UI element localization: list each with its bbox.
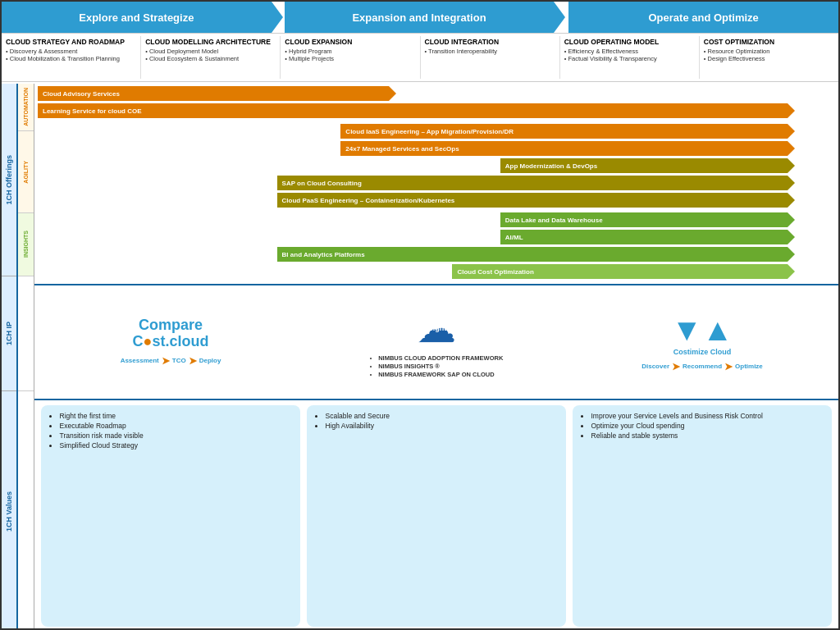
- automation-label-cell: AUTOMATION: [18, 84, 34, 131]
- agility-label-cell: AGILITY: [18, 131, 34, 213]
- expansion-arrow: Expansion and Integration: [285, 2, 555, 33]
- col-cost: COST OPTIMIZATION • Resource Optimizatio…: [700, 36, 838, 79]
- bar-paas-text: Cloud PaaS Engineering – Containerizatio…: [282, 197, 455, 204]
- flow-assessment: Assessment: [121, 357, 159, 364]
- col-expansion-item1: • Hybrid Program: [285, 48, 415, 55]
- col-strategy-title: CLOUD STRATEGY AND ROADMAP: [6, 38, 136, 46]
- bar-paas: Cloud PaaS Engineering – Containerizatio…: [38, 193, 835, 208]
- bar-app-mod-arrow: App Modernization & DevOps: [500, 158, 788, 173]
- col-cost-item1: • Resource Optimization: [704, 48, 834, 55]
- bar-managed-services-text: 24x7 Managed Services and SecOps: [345, 145, 459, 153]
- bar-aiml-arrow: AI/ML: [500, 230, 788, 244]
- bar-cloud-advisory-arrow: Cloud Advisory Services: [38, 86, 389, 101]
- bar-aiml-text: AI/ML: [505, 234, 523, 241]
- col-integration: CLOUD INTEGRATION • Transition Interoper…: [421, 36, 560, 79]
- flow-deploy: Deploy: [199, 357, 221, 364]
- col-modelling: CLOUD MODELLING ARCHITECTURE • Cloud Dep…: [141, 36, 281, 79]
- bar-cloud-advisory-text: Cloud Advisory Services: [43, 90, 120, 98]
- insights-label-cell: INSIGHTS: [18, 213, 34, 276]
- costimize-logo-text: Costimize Cloud: [673, 348, 732, 356]
- automation-sub-label: AUTOMATION: [23, 88, 29, 126]
- bar-data-lake: Data Lake and Data Warehouse: [38, 212, 835, 227]
- bar-iaas: Cloud IaaS Engineering – App Migration/P…: [38, 124, 835, 139]
- values-item1-4: Simplified Cloud Strategy: [49, 441, 292, 450]
- main-content: Cloud Advisory Services Learning Service…: [34, 84, 838, 630]
- col-integration-title: CLOUD INTEGRATION: [425, 38, 555, 46]
- body-section: 1CH Offerings 1CH IP 1CH Values AUTOMATI…: [2, 84, 838, 630]
- operate-arrow: Operate and Optimize: [568, 2, 838, 33]
- col-integration-item1: • Transition Interoperability: [425, 48, 555, 55]
- values-item1-1: Right the first time: [49, 412, 292, 420]
- sub-label-column: AUTOMATION AGILITY INSIGHTS: [18, 84, 34, 630]
- bar-app-mod-text: App Modernization & DevOps: [505, 162, 597, 170]
- nimbus-list: NIMBUS CLOUD ADOPTION FRAMEWORK NIMBUS I…: [370, 354, 504, 379]
- values-list1: Right the first time Executable Roadmap …: [49, 412, 292, 450]
- col-cost-title: COST OPTIMIZATION: [704, 38, 834, 46]
- bar-learning-service-arrow: Learning Service for cloud COE: [38, 103, 788, 118]
- agility-sub-label: AGILITY: [23, 161, 29, 184]
- costimize-icon: ▼▲: [671, 313, 733, 348]
- col-expansion-title: CLOUD EXPANSION: [285, 38, 415, 46]
- col-modelling-title: CLOUD MODELLING ARCHITECTURE: [145, 38, 276, 46]
- compare-cost-card: CompareC●st.cloud Assessment ➤ TCO ➤ Dep…: [41, 317, 300, 367]
- offerings-area: Cloud Advisory Services Learning Service…: [34, 84, 838, 285]
- col-strategy-item2: • Cloud Mobilization & Transition Planni…: [6, 55, 136, 62]
- col-operating-title: CLOUD OPERATING MODEL: [564, 38, 695, 46]
- values-item3-2: Optimize your Cloud spending: [581, 422, 824, 430]
- values-item1-2: Executable Roadmap: [49, 422, 292, 430]
- values-item1-3: Transition risk made visible: [49, 431, 292, 440]
- cost-flow-optimize: Optimize: [735, 363, 763, 370]
- values-item2-1: Scalable and Secure: [315, 412, 558, 420]
- expansion-label: Expansion and Integration: [352, 11, 486, 24]
- nimbus-cloud-icon: ☁ Insights: [417, 305, 456, 351]
- col-strategy: CLOUD STRATEGY AND ROADMAP • Discovery &…: [2, 36, 141, 79]
- flow-arrow2: ➤: [189, 355, 197, 367]
- nimbus-item1: NIMBUS CLOUD ADOPTION FRAMEWORK: [370, 354, 504, 362]
- column-headers: CLOUD STRATEGY AND ROADMAP • Discovery &…: [2, 33, 838, 82]
- bar-learning-service-text: Learning Service for cloud COE: [43, 107, 141, 115]
- explore-arrow: Explore and Strategize: [2, 2, 272, 33]
- bar-bi-arrow: BI and Analytics Platforms: [277, 247, 788, 262]
- cost-flow-recommend: Recommend: [682, 363, 722, 370]
- values-card1: Right the first time Executable Roadmap …: [41, 405, 300, 627]
- bar-data-lake-text: Data Lake and Data Warehouse: [505, 217, 603, 224]
- values-card3: Improve your Service Levels and Business…: [573, 405, 832, 627]
- offerings-label: 1CH Offerings: [5, 155, 13, 205]
- values-label: 1CH Values: [5, 491, 13, 532]
- nimbus-item3: NIMBUS FRAMEWORK SAP ON CLOUD: [370, 371, 504, 378]
- bar-data-lake-arrow: Data Lake and Data Warehouse: [500, 212, 788, 227]
- section-label-column: 1CH Offerings 1CH IP 1CH Values: [2, 84, 18, 630]
- bar-cloud-cost-arrow: Cloud Cost Optimization: [452, 264, 787, 279]
- values-item3-3: Reliable and stable systems: [581, 431, 824, 440]
- bar-bi-text: BI and Analytics Platforms: [282, 251, 365, 258]
- header-arrows: Explore and Strategize Expansion and Int…: [2, 2, 838, 33]
- flow-tco: TCO: [172, 357, 186, 364]
- col-strategy-item1: • Discovery & Assessment: [6, 48, 136, 55]
- col-operating-item2: • Factual Visibility & Transparency: [564, 55, 695, 62]
- bar-managed-services-arrow: 24x7 Managed Services and SecOps: [340, 141, 787, 156]
- values-blank-cell: [18, 391, 34, 630]
- insights-sub-label: INSIGHTS: [23, 231, 29, 258]
- col-modelling-item2: • Cloud Ecosystem & Sustainment: [145, 55, 276, 62]
- ip-blank-cell: [18, 276, 34, 391]
- cost-flow-discover: Discover: [641, 363, 669, 370]
- values-list2: Scalable and Secure High Availability: [315, 412, 558, 430]
- page-wrapper: Explore and Strategize Expansion and Int…: [2, 2, 838, 630]
- values-card2: Scalable and Secure High Availability: [307, 405, 566, 627]
- values-label-cell: 1CH Values: [2, 391, 16, 630]
- compare-cost-flow: Assessment ➤ TCO ➤ Deploy: [121, 355, 221, 367]
- costimize-flow: Discover ➤ Recommend ➤ Optimize: [641, 361, 763, 372]
- offerings-label-cell: 1CH Offerings: [2, 84, 16, 276]
- flow-arrow1: ➤: [162, 355, 170, 367]
- explore-label: Explore and Strategize: [79, 11, 194, 24]
- nimbus-card: ☁ Insights NIMBUS CLOUD ADOPTION FRAMEWO…: [307, 305, 566, 379]
- cost-flow-arrow1: ➤: [672, 361, 680, 372]
- col-modelling-item1: • Cloud Deployment Model: [145, 48, 276, 55]
- bar-paas-arrow: Cloud PaaS Engineering – Containerizatio…: [277, 193, 788, 208]
- values-area: Right the first time Executable Roadmap …: [34, 400, 838, 630]
- col-operating: CLOUD OPERATING MODEL • Efficiency & Eff…: [560, 36, 700, 79]
- bar-cloud-advisory: Cloud Advisory Services: [38, 86, 835, 101]
- cost-flow-arrow2: ➤: [724, 361, 733, 372]
- ip-label: 1CH IP: [5, 322, 13, 345]
- bar-cloud-cost: Cloud Cost Optimization: [38, 264, 835, 279]
